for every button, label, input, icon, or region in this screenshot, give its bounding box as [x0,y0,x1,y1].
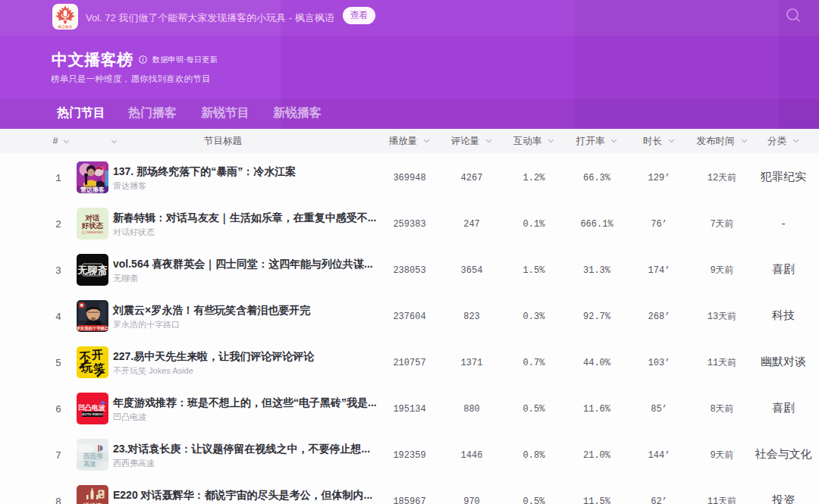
svg-text:雷达播客: 雷达播客 [80,186,105,193]
svg-text:有趣的人千姿百态: 有趣的人千姿百态 [85,273,101,276]
svg-text:AOTU RADIO: AOTU RADIO [82,412,103,416]
svg-text:好状态: 好状态 [81,221,104,230]
svg-text:高速: 高速 [83,460,97,468]
svg-text:西西弗: 西西弗 [83,452,103,460]
svg-text:开: 开 [90,348,103,362]
svg-text:Ⓛ lululemon: Ⓛ lululemon [82,230,103,234]
svg-text:凹凸电波: 凹凸电波 [78,404,105,412]
svg-text:枫言枫语: 枫言枫语 [58,24,73,30]
svg-text:罗永浩的十字路口: 罗永浩的十字路口 [77,326,108,331]
svg-text:笑: 笑 [92,361,105,374]
